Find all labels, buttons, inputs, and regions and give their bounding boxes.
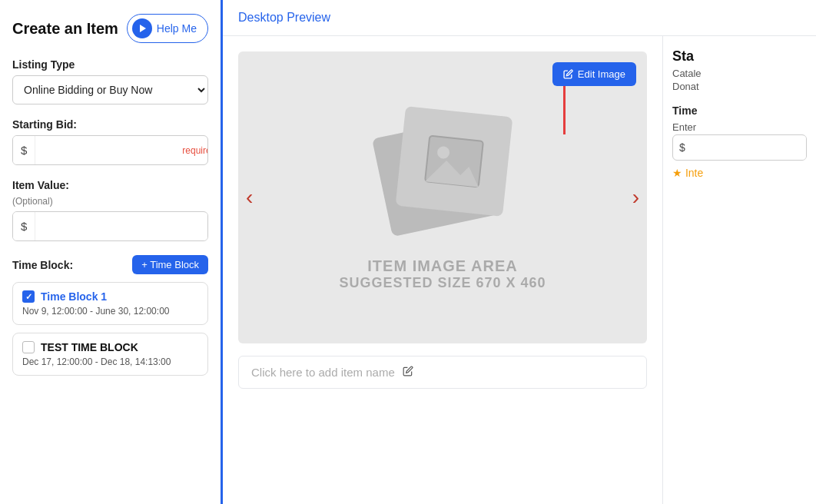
image-area-wrapper: Edit Image ‹ › [238, 51, 647, 343]
item-value-section: Item Value: (Optional) $ [12, 179, 208, 241]
help-button-label: Help Me [157, 22, 197, 35]
item-value-optional: (Optional) [12, 196, 208, 207]
time-block-2-header: TEST TIME BLOCK [22, 341, 198, 353]
pencil-icon [563, 69, 573, 79]
item-edit-pencil-icon [403, 366, 413, 376]
time-block-1-name: Time Block 1 [41, 290, 107, 303]
right-sidebar-time-label: Time [672, 104, 807, 117]
desktop-preview-header: Desktop Preview [223, 0, 816, 36]
item-value-label: Item Value: [12, 179, 208, 191]
time-block-1-dates: Nov 9, 12:00:00 - June 30, 12:00:00 [22, 306, 198, 317]
starting-bid-label: Starting Bid: [12, 118, 208, 131]
right-sidebar-time-section: Time Enter $ ★ Inte [672, 104, 807, 179]
time-block-header: Time Block: + Time Block [12, 255, 208, 274]
right-sidebar-dollar: $ [673, 135, 692, 160]
item-name-edit-button[interactable] [403, 366, 413, 379]
time-block-1-checkbox[interactable] [22, 290, 35, 303]
image-icon-group [366, 104, 519, 242]
right-sidebar: Sta Catale Donat Time Enter $ ★ Inte [662, 36, 816, 504]
starting-bid-prefix: $ [13, 136, 35, 164]
right-sidebar-input-wrapper: $ [672, 134, 807, 161]
right-sidebar-top-section: Sta Catale Donat [672, 48, 807, 92]
page-title: Create an Item [12, 20, 118, 38]
preview-main: Edit Image ‹ › [223, 36, 662, 504]
right-sidebar-catale: Catale [672, 68, 807, 79]
image-placeholder: ITEM IMAGE AREA SUGGESTED SIZE 670 X 460 [339, 104, 546, 291]
item-value-input[interactable] [35, 213, 207, 240]
listing-type-select[interactable]: Online Bidding or Buy Now Online Bidding… [12, 75, 208, 104]
left-panel-header: Create an Item Help Me [12, 14, 208, 43]
time-block-2-checkbox[interactable] [22, 341, 35, 353]
image-area-main-text: ITEM IMAGE AREA [339, 257, 546, 275]
image-area-text: ITEM IMAGE AREA SUGGESTED SIZE 670 X 460 [339, 257, 546, 291]
time-block-section: Time Block: + Time Block Time Block 1 No… [12, 255, 208, 376]
add-time-block-label: + Time Block [141, 259, 199, 270]
edit-image-button[interactable]: Edit Image [552, 62, 636, 86]
image-nav-right[interactable]: › [632, 185, 639, 210]
right-sidebar-inte: Inte [685, 167, 703, 179]
listing-type-label: Listing Type [12, 58, 208, 71]
right-sidebar-title: Sta [672, 48, 807, 65]
item-value-input-wrapper: $ [12, 211, 208, 241]
right-panel-content: Edit Image ‹ › [223, 36, 816, 504]
right-sidebar-donat: Donat [672, 81, 807, 92]
item-name-placeholder: Click here to add item name [251, 366, 395, 379]
time-block-item-1: Time Block 1 Nov 9, 12:00:00 - June 30, … [12, 282, 208, 325]
right-sidebar-input[interactable] [692, 136, 806, 160]
starting-bid-required: required [182, 145, 208, 156]
image-placeholder-icon [421, 131, 488, 191]
starting-bid-input-wrapper: $ required [12, 135, 208, 165]
right-sidebar-enter-label: Enter [672, 121, 807, 133]
star-badge: ★ Inte [672, 167, 807, 179]
time-block-2-name: TEST TIME BLOCK [41, 341, 138, 353]
right-panel: Desktop Preview Edit Image ‹ › [223, 0, 816, 504]
help-button[interactable]: Help Me [127, 14, 208, 43]
time-block-1-header: Time Block 1 [22, 290, 198, 303]
add-time-block-button[interactable]: + Time Block [132, 255, 208, 274]
image-area-sub-text: SUGGESTED SIZE 670 X 460 [339, 275, 546, 291]
time-block-item-2: TEST TIME BLOCK Dec 17, 12:00:00 - Dec 1… [12, 333, 208, 376]
item-value-prefix: $ [13, 212, 35, 240]
item-name-bar[interactable]: Click here to add item name [238, 356, 647, 389]
starting-bid-input[interactable] [35, 137, 182, 164]
image-nav-left[interactable]: ‹ [246, 185, 253, 210]
left-panel: Create an Item Help Me Listing Type Onli… [0, 0, 223, 504]
starting-bid-section: Starting Bid: $ required [12, 118, 208, 165]
listing-type-section: Listing Type Online Bidding or Buy Now O… [12, 58, 208, 104]
img-card-front [396, 106, 513, 217]
desktop-preview-label: Desktop Preview [238, 11, 330, 24]
time-block-label: Time Block: [12, 259, 73, 271]
edit-image-label: Edit Image [578, 68, 625, 80]
time-block-2-dates: Dec 17, 12:00:00 - Dec 18, 14:13:00 [22, 356, 198, 367]
play-icon [132, 18, 152, 38]
